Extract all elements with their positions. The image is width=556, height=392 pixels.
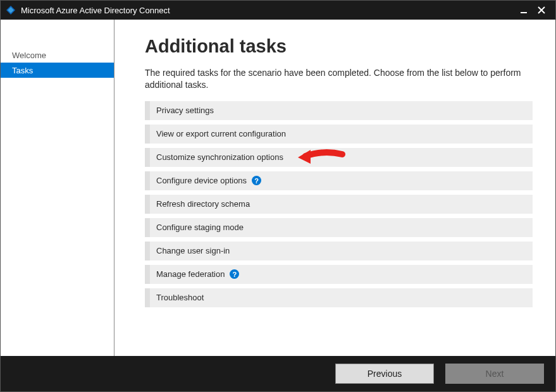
task-label: View or export current configuration: [156, 129, 286, 138]
app-window: Microsoft Azure Active Directory Connect…: [0, 0, 556, 392]
svg-rect-2: [521, 12, 527, 13]
page-title: Additional tasks: [145, 36, 533, 57]
task-customize-sync-options[interactable]: Customize synchronization options: [145, 148, 533, 167]
task-refresh-directory-schema[interactable]: Refresh directory schema: [145, 195, 533, 214]
task-privacy-settings[interactable]: Privacy settings: [145, 101, 533, 120]
task-label: Configure staging mode: [156, 223, 244, 232]
annotation-arrow-icon: [298, 148, 347, 167]
task-manage-federation[interactable]: Manage federation ?: [145, 265, 533, 284]
sidebar-item-label: Welcome: [12, 51, 46, 60]
page-description: The required tasks for the scenario have…: [145, 67, 533, 91]
task-label: Manage federation: [156, 269, 225, 279]
task-label: Change user sign-in: [156, 246, 230, 255]
task-label: Customize synchronization options: [156, 152, 283, 162]
task-configure-staging-mode[interactable]: Configure staging mode: [145, 218, 533, 237]
task-label: Troubleshoot: [156, 293, 204, 302]
task-troubleshoot[interactable]: Troubleshoot: [145, 288, 533, 307]
task-view-export-config[interactable]: View or export current configuration: [145, 125, 533, 144]
svg-marker-5: [298, 150, 311, 164]
app-icon: [6, 5, 16, 15]
sidebar-item-label: Tasks: [12, 66, 33, 75]
task-indent: [145, 242, 150, 260]
task-indent: [145, 148, 150, 167]
task-indent: [145, 171, 150, 190]
close-button[interactable]: [533, 3, 550, 18]
task-label: Refresh directory schema: [156, 199, 250, 209]
help-icon[interactable]: ?: [252, 176, 261, 185]
body: Welcome Tasks Additional tasks The requi…: [1, 20, 555, 356]
task-list: Privacy settings View or export current …: [145, 101, 533, 307]
titlebar: Microsoft Azure Active Directory Connect: [1, 1, 555, 20]
task-indent: [145, 195, 150, 214]
window-title: Microsoft Azure Active Directory Connect: [21, 6, 515, 15]
task-label: Privacy settings: [156, 106, 214, 115]
task-configure-device-options[interactable]: Configure device options ?: [145, 171, 533, 190]
footer: Previous Next: [1, 356, 555, 391]
help-icon[interactable]: ?: [230, 269, 239, 279]
task-indent: [145, 288, 150, 307]
next-button: Next: [445, 364, 544, 384]
task-label: Configure device options: [156, 176, 247, 185]
task-indent: [145, 218, 150, 237]
sidebar-item-welcome[interactable]: Welcome: [1, 47, 114, 63]
sidebar-item-tasks[interactable]: Tasks: [1, 63, 114, 78]
task-indent: [145, 125, 150, 144]
sidebar: Welcome Tasks: [1, 20, 114, 356]
task-change-user-signin[interactable]: Change user sign-in: [145, 242, 533, 260]
main-content: Additional tasks The required tasks for …: [114, 20, 555, 356]
minimize-button[interactable]: [515, 3, 533, 18]
task-indent: [145, 101, 150, 120]
task-indent: [145, 265, 150, 284]
previous-button[interactable]: Previous: [335, 364, 434, 384]
